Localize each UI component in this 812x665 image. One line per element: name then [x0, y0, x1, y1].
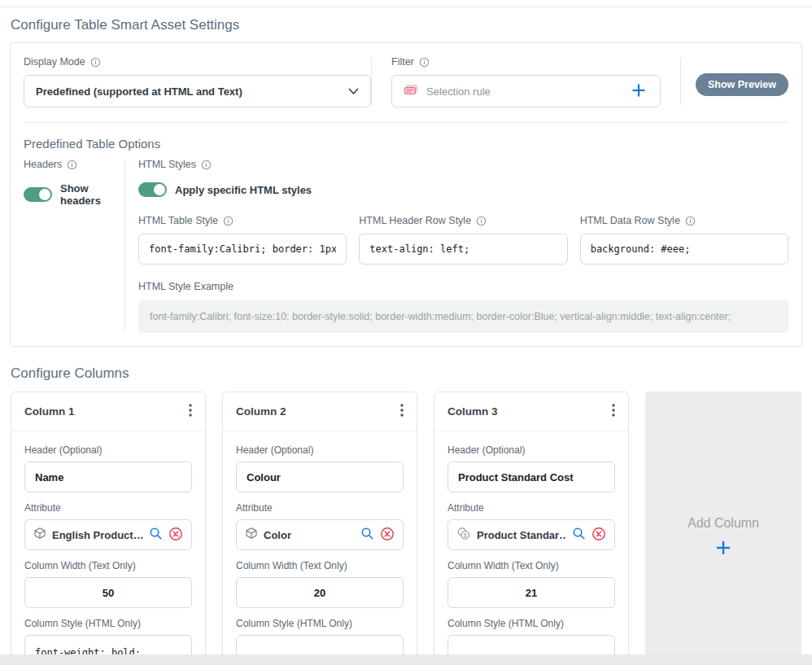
column-header-input[interactable] — [236, 462, 404, 492]
column-title: Column 1 — [24, 405, 75, 418]
info-icon[interactable] — [67, 160, 77, 170]
display-mode-label-row: Display Mode — [24, 56, 371, 68]
column-menu-button[interactable] — [394, 402, 410, 421]
html-table-style-label-row: HTML Table Style — [138, 215, 347, 226]
column-header-input[interactable] — [447, 462, 615, 492]
style-fields-row: HTML Table Style HTML Header Row Style — [138, 215, 788, 265]
info-icon[interactable] — [419, 57, 430, 68]
page-bottom-strip — [0, 654, 812, 665]
show-preview-button[interactable]: Show Preview — [696, 73, 788, 96]
attribute-value: English Product… — [52, 529, 143, 541]
attribute-actions — [360, 527, 395, 544]
html-table-style-input[interactable] — [138, 234, 347, 265]
html-data-row-style-label-row: HTML Data Row Style — [580, 215, 788, 226]
apply-styles-toggle-label: Apply specific HTML styles — [175, 184, 312, 196]
attribute-label: Attribute — [447, 502, 615, 514]
column-card-2-body: Header (Optional) Attribute Color — [223, 431, 417, 665]
html-header-row-style-input[interactable] — [359, 234, 567, 265]
attribute-search-button[interactable] — [149, 527, 163, 543]
clear-circle-icon — [592, 527, 606, 544]
attribute-clear-button[interactable] — [592, 527, 606, 544]
column-width-label: Column Width (Text Only) — [236, 560, 404, 571]
attribute-value: Product Standar… — [477, 529, 566, 541]
column-width-input[interactable] — [24, 577, 192, 608]
html-style-example-value: font-family:Calibri; font-size:10; borde… — [138, 300, 788, 333]
page-title: Configure Table Smart Asset Settings — [11, 17, 812, 33]
header-optional-label: Header (Optional) — [24, 444, 192, 456]
add-column-label: Add Column — [688, 516, 759, 531]
add-filter-button[interactable] — [629, 81, 648, 103]
add-column-button[interactable]: Add Column — [645, 392, 801, 665]
html-style-example-label-row: HTML Style Example — [138, 281, 788, 292]
info-icon[interactable] — [201, 160, 212, 170]
top-divider — [0, 7, 812, 7]
show-headers-toggle[interactable] — [24, 187, 52, 202]
filter-label-row: Filter — [391, 56, 661, 68]
kebab-icon — [400, 404, 404, 419]
column-card-1-header: Column 1 — [11, 392, 205, 431]
info-icon[interactable] — [90, 57, 101, 68]
headers-column: Headers Show headers — [24, 159, 124, 333]
display-mode-value: Predefined (supported at HTML and Text) — [36, 85, 242, 98]
attribute-search-button[interactable] — [572, 527, 586, 543]
column-menu-button[interactable] — [182, 402, 199, 421]
html-style-example-label: HTML Style Example — [138, 281, 234, 292]
search-icon — [360, 527, 374, 543]
attribute-picker[interactable]: English Product… — [24, 519, 192, 550]
kebab-icon — [189, 404, 192, 419]
column-width-input[interactable] — [236, 577, 404, 608]
headers-label-row: Headers — [24, 159, 124, 170]
toggle-knob — [39, 189, 50, 200]
cube-icon — [33, 527, 46, 543]
column-header-input[interactable] — [24, 462, 192, 492]
attribute-actions — [572, 527, 606, 544]
kebab-icon — [612, 404, 615, 419]
html-styles-label-row: HTML Styles — [138, 159, 788, 170]
options-row: Headers Show headers HTML Styles Apply s… — [24, 159, 788, 333]
search-icon — [572, 527, 586, 543]
headers-label: Headers — [24, 159, 62, 170]
filter-block: Filter Selection rule — [372, 56, 680, 107]
display-mode-block: Display Mode Predefined (supported at HT… — [24, 56, 371, 107]
selection-rule-picker[interactable]: Selection rule — [391, 75, 661, 107]
html-table-style-field: HTML Table Style — [138, 215, 347, 265]
attribute-label: Attribute — [24, 502, 192, 514]
filter-label: Filter — [391, 56, 414, 68]
column-card-3-header: Column 3 — [434, 392, 628, 431]
info-icon[interactable] — [476, 216, 487, 226]
column-style-label: Column Style (HTML Only) — [24, 618, 192, 629]
attribute-picker[interactable]: $ Product Standar… — [447, 519, 615, 550]
chevron-down-icon — [348, 85, 359, 98]
show-headers-toggle-label: Show headers — [60, 182, 124, 207]
column-card-1: Column 1 Header (Optional) Attribute Eng… — [11, 392, 206, 665]
column-card-2-header: Column 2 — [223, 392, 417, 431]
display-mode-select[interactable]: Predefined (supported at HTML and Text) — [24, 75, 371, 107]
column-style-label: Column Style (HTML Only) — [447, 618, 615, 629]
settings-panel: Display Mode Predefined (supported at HT… — [10, 42, 802, 347]
html-header-row-style-field: HTML Header Row Style — [359, 215, 567, 265]
selection-rule-placeholder: Selection rule — [426, 85, 491, 98]
column-menu-button[interactable] — [605, 402, 622, 421]
selection-rule-icon — [404, 84, 419, 99]
column-card-3-body: Header (Optional) Attribute $ Product St… — [434, 431, 628, 665]
html-styles-label: HTML Styles — [138, 159, 196, 170]
html-data-row-style-label: HTML Data Row Style — [580, 215, 680, 226]
attribute-clear-button[interactable] — [380, 527, 395, 544]
column-width-label: Column Width (Text Only) — [24, 560, 192, 571]
show-headers-row: Show headers — [24, 182, 124, 207]
info-icon[interactable] — [223, 216, 234, 226]
columns-heading: Configure Columns — [11, 365, 812, 382]
attribute-clear-button[interactable] — [168, 527, 183, 544]
column-width-label: Column Width (Text Only) — [447, 560, 615, 571]
info-icon[interactable] — [685, 216, 696, 226]
svg-text:$: $ — [464, 532, 467, 537]
attribute-label: Attribute — [236, 502, 404, 514]
html-data-row-style-input[interactable] — [580, 234, 788, 265]
settings-top-row: Display Mode Predefined (supported at HT… — [24, 56, 788, 123]
clear-circle-icon — [168, 527, 183, 544]
attribute-search-button[interactable] — [360, 527, 374, 543]
column-width-input[interactable] — [447, 577, 615, 608]
apply-styles-toggle[interactable] — [138, 182, 167, 197]
attribute-picker[interactable]: Color — [236, 519, 404, 550]
html-header-row-style-label: HTML Header Row Style — [359, 215, 471, 226]
